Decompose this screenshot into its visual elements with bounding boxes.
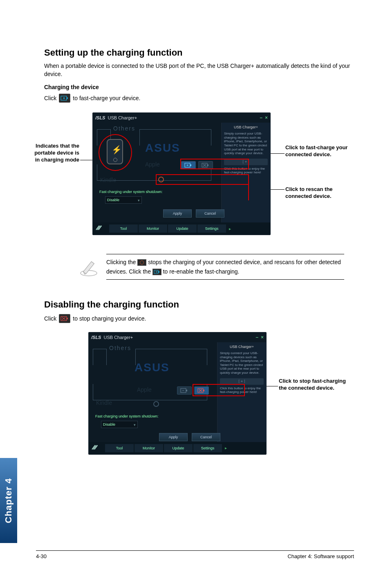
tab-tool[interactable]: Tool	[109, 224, 138, 233]
app-title-text: USB Charger+	[108, 115, 137, 120]
minimize-icon[interactable]: −	[260, 115, 262, 121]
chapter-label: Chapter 4: Software support	[287, 553, 354, 559]
chapter-side-tab: Chapter 4	[0, 458, 17, 543]
ghost-apple: Apple	[137, 386, 152, 393]
annotation-box-stopcharge	[193, 384, 245, 396]
minimize-icon[interactable]: −	[256, 334, 258, 340]
page-number: 4-30	[36, 553, 47, 559]
svg-rect-12	[186, 390, 187, 391]
annotation-oval	[99, 134, 132, 171]
asus-logo: ASUS	[134, 361, 170, 374]
figure-2: Click to stop fast-charging the connecte…	[44, 332, 354, 462]
ghost-kindle: Kindle	[96, 399, 112, 406]
close-icon[interactable]: ×	[261, 334, 264, 340]
fast-charge-button[interactable]	[177, 386, 192, 395]
apply-button[interactable]: Apply	[163, 209, 192, 218]
apply-button[interactable]: Apply	[159, 433, 188, 441]
click2-pre: Click	[44, 315, 56, 322]
others-label: Others	[113, 125, 135, 132]
shutdown-dropdown[interactable]: Disable	[105, 196, 142, 204]
others-label: Others	[109, 345, 131, 351]
close-icon[interactable]: ×	[265, 115, 268, 121]
section-intro: When a portable device is connected to t…	[44, 62, 354, 78]
side-panel-title: USB Charger+	[224, 125, 268, 129]
fast-shutdown-label: Fast charging under system shutdown:	[99, 190, 163, 194]
tab-update[interactable]: Update	[164, 444, 193, 452]
ghost-apple: Apple	[145, 161, 160, 168]
section2-heading: Disabling the charging function	[44, 299, 354, 310]
note-text-a: Clicking the	[106, 259, 137, 265]
side-panel-title: USB Charger+	[220, 345, 264, 349]
app-titlebar: /SLS USB Charger+ − ×	[93, 113, 270, 123]
click2-post: to stop charging your device.	[73, 315, 146, 322]
tab-monitor[interactable]: Monitor	[139, 224, 167, 233]
cancel-button[interactable]: Cancel	[192, 433, 220, 441]
shutdown-dropdown[interactable]: Disable	[101, 421, 138, 428]
tab-monitor[interactable]: Monitor	[134, 444, 163, 452]
asus-logo: ASUS	[145, 141, 180, 155]
svg-point-6	[81, 270, 97, 276]
app-title-text: USB Charger+	[103, 335, 133, 340]
tabbar-scroll-right-icon[interactable]: ▸	[227, 227, 233, 231]
pencil-note-icon	[78, 257, 99, 277]
fast-charge-icon	[59, 94, 70, 103]
tab-tool[interactable]: Tool	[105, 444, 134, 452]
callout-stop-fastcharge: Click to stop fast-charging the connecte…	[279, 378, 348, 392]
tabbar-scroll-right-icon[interactable]: ▸	[223, 446, 229, 450]
fast-charge-mini-icon	[152, 269, 161, 275]
tab-settings[interactable]: Settings	[193, 444, 222, 452]
app-tabbar: ⫻ Tool Monitor Update Settings ▸	[93, 222, 270, 235]
side-panel-text: Simply connect your USB-charging devices…	[224, 132, 268, 155]
app-window-2: /SLS USB Charger+ − × Others ASUS Apple …	[88, 332, 267, 455]
app-tabbar: ⫻ Tool Monitor Update Settings ▸	[89, 442, 266, 454]
annotation-box-fastcharge	[180, 159, 249, 169]
rescan-mini-icon	[137, 259, 146, 266]
page-footer: 4-30 Chapter 4: Software support	[36, 550, 354, 559]
click-label: Click	[44, 95, 56, 101]
app-logo-icon: ⫻	[91, 444, 100, 453]
charging-subhead: Charging the device	[44, 84, 354, 90]
app-logo-icon: ⫻	[95, 224, 104, 233]
chapter-tab-label: Chapter 4	[3, 478, 14, 523]
ghost-kindle: Kindle	[100, 177, 116, 183]
svg-rect-1	[67, 97, 68, 99]
note-block: Clicking the stops the charging of your …	[78, 254, 344, 280]
stop-charge-icon	[59, 314, 70, 323]
section-heading: Setting up the charging function	[44, 47, 354, 58]
callout-fast-charge: Click to fast-charge your connected devi…	[285, 144, 355, 158]
note-text-c: to re-enable the fast-charging.	[163, 268, 240, 275]
figure-1: Indicates that the portable device is in…	[44, 112, 354, 242]
svg-rect-8	[158, 271, 159, 273]
annotation-box-rescan	[156, 174, 249, 185]
click-label-post: to fast-charge your device.	[73, 95, 140, 101]
fast-shutdown-label: Fast charging under system shutdown:	[95, 414, 159, 418]
callout-charging-mode: Indicates that the portable device is in…	[33, 143, 79, 164]
tab-settings[interactable]: Settings	[197, 224, 226, 233]
callout-rescan: Click to rescan the connected device.	[285, 186, 355, 200]
app-window: /SLS USB Charger+ − × Others ⚡ ASUS Appl…	[92, 112, 271, 235]
tab-update[interactable]: Update	[168, 224, 197, 233]
side-panel-text: Simply connect your USB-charging devices…	[220, 351, 264, 375]
svg-rect-10	[67, 318, 68, 319]
cancel-button[interactable]: Cancel	[196, 209, 224, 218]
rescan-button[interactable]	[153, 401, 159, 407]
app-titlebar: /SLS USB Charger+ − ×	[89, 332, 266, 342]
